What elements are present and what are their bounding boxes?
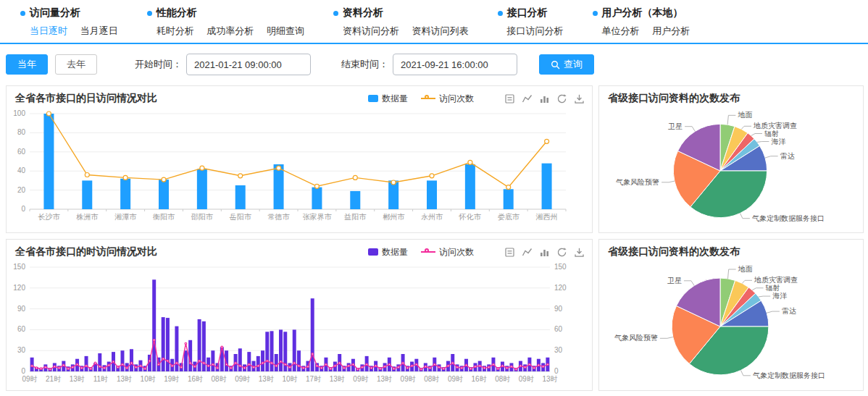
svg-text:13时: 13时 — [377, 375, 392, 383]
nav-item-interface-access-analysis[interactable]: 接口访问分析 — [507, 25, 564, 36]
svg-text:湘西州: 湘西州 — [536, 213, 558, 221]
svg-text:雷达: 雷达 — [780, 152, 795, 160]
nav-item-today-hourly[interactable]: 当日逐时 — [30, 25, 67, 36]
svg-text:常德市: 常德市 — [268, 213, 291, 221]
bar-type-icon[interactable] — [539, 247, 550, 258]
last-year-button[interactable]: 去年 — [55, 54, 97, 75]
svg-text:09时: 09时 — [235, 375, 250, 383]
legend-item-databar[interactable]: 数据量 — [368, 93, 408, 105]
svg-text:衡阳市: 衡阳市 — [152, 213, 175, 221]
nav-section-title: 访问量分析 — [30, 7, 80, 20]
line-type-icon[interactable] — [522, 93, 533, 104]
svg-text:17时: 17时 — [306, 375, 321, 383]
start-time-input[interactable] — [186, 54, 311, 75]
hourly-bar-line-chart: 0030306060909012012015015009时21时13时11时13… — [7, 261, 576, 386]
svg-text:0: 0 — [554, 367, 559, 375]
line-legend-marker — [421, 95, 435, 102]
restore-icon[interactable] — [556, 93, 567, 104]
svg-text:16时: 16时 — [472, 375, 487, 383]
nav-item-month-daily[interactable]: 当月逐日 — [80, 25, 118, 36]
download-icon[interactable] — [574, 247, 585, 258]
legend-item-databar[interactable]: 数据量 — [368, 246, 408, 258]
svg-text:16时: 16时 — [188, 375, 203, 383]
svg-text:气象风险预警: 气象风险预警 — [614, 334, 658, 342]
svg-text:13时: 13时 — [117, 375, 132, 383]
svg-text:60: 60 — [554, 325, 563, 333]
svg-text:90: 90 — [554, 305, 563, 313]
line-type-icon[interactable] — [522, 247, 533, 258]
legend-item-visits[interactable]: 访问次数 — [421, 246, 474, 258]
svg-text:80: 80 — [17, 128, 26, 136]
svg-text:辐射: 辐射 — [766, 284, 780, 292]
data-view-icon[interactable] — [504, 247, 515, 258]
bullet-icon — [20, 11, 25, 16]
svg-text:海洋: 海洋 — [771, 138, 785, 146]
legend-label: 数据量 — [382, 246, 408, 258]
daily-bar-line-chart: 020406080100长沙市株洲市湘潭市衡阳市邵阳市岳阳市常德市张家界市益阳市… — [7, 108, 576, 224]
svg-text:0: 0 — [21, 205, 25, 213]
end-time-input[interactable] — [393, 54, 517, 75]
chart-legend[interactable]: 数据量 访问次数 — [368, 246, 474, 258]
svg-text:张家界市: 张家界市 — [302, 213, 332, 221]
svg-text:120: 120 — [13, 284, 25, 292]
svg-text:岳阳市: 岳阳市 — [229, 213, 252, 221]
this-year-button[interactable]: 当年 — [6, 54, 48, 75]
svg-text:地质灾害调查: 地质灾害调查 — [754, 276, 798, 284]
svg-text:怀化市: 怀化市 — [459, 213, 482, 221]
svg-text:长沙市: 长沙市 — [38, 213, 60, 221]
panel-title: 省级接口访问资料的次数发布 — [608, 92, 740, 105]
svg-text:海洋: 海洋 — [772, 292, 787, 300]
top-nav: 访问量分析 当日逐时 当月逐日 性能分析 耗时分析 成功率分析 明细查询 资料分… — [0, 0, 868, 43]
svg-text:150: 150 — [13, 263, 25, 271]
svg-text:13时: 13时 — [70, 375, 85, 383]
nav-item-detail-query[interactable]: 明细查询 — [267, 25, 304, 36]
filter-bar: 当年 去年 开始时间： 结束时间： 查询 — [0, 44, 868, 83]
svg-text:地面: 地面 — [738, 265, 753, 273]
end-time-label: 结束时间： — [341, 58, 388, 71]
svg-text:株洲市: 株洲市 — [75, 213, 99, 221]
nav-section-title: 接口分析 — [507, 7, 548, 20]
svg-text:卫星: 卫星 — [668, 122, 683, 130]
svg-text:湘潭市: 湘潭市 — [114, 213, 137, 221]
svg-text:13时: 13时 — [542, 375, 557, 383]
nav-section-visits: 访问量分析 当日逐时 当月逐日 — [20, 7, 128, 38]
nav-item-org-analysis[interactable]: 单位分析 — [602, 25, 640, 36]
svg-text:09时: 09时 — [448, 375, 463, 383]
panel-daily-chart: 全省各市接口的日访问情况对比 数据量 访问次数 — [6, 85, 593, 233]
nav-section-title: 用户分析（本地） — [602, 7, 683, 20]
svg-text:气象风险预警: 气象风险预警 — [616, 178, 659, 186]
svg-text:09时: 09时 — [22, 375, 37, 383]
svg-text:益阳市: 益阳市 — [344, 213, 367, 221]
svg-text:120: 120 — [554, 284, 567, 292]
bullet-icon — [593, 11, 598, 16]
download-icon[interactable] — [574, 93, 585, 104]
nav-item-user-analysis[interactable]: 用户分析 — [652, 25, 690, 36]
data-view-icon[interactable] — [504, 93, 515, 104]
svg-text:08时: 08时 — [212, 375, 227, 383]
dashboard-grid: 全省各市接口的日访问情况对比 数据量 访问次数 — [0, 83, 868, 396]
svg-text:永州市: 永州市 — [421, 213, 443, 221]
panel-pie-top: 省级接口访问资料的次数发布 地面地质灾害调查辐射海洋雷达气象定制数据服务接口气象… — [598, 85, 864, 233]
nav-item-time-cost[interactable]: 耗时分析 — [157, 25, 194, 36]
province-access-pie-chart: 地面地质灾害调查辐射海洋雷达气象定制数据服务接口气象风险预警卫星 — [599, 261, 861, 389]
search-button[interactable]: 查询 — [539, 54, 594, 75]
bar-type-icon[interactable] — [539, 93, 550, 104]
svg-text:雷达: 雷达 — [782, 307, 796, 315]
legend-label: 访问次数 — [439, 93, 474, 105]
chart-toolbar — [504, 247, 585, 258]
chart-legend[interactable]: 数据量 访问次数 — [368, 93, 474, 105]
start-time-label: 开始时间： — [135, 58, 182, 71]
nav-item-data-access-analysis[interactable]: 资料访问分析 — [343, 25, 399, 36]
search-icon — [551, 60, 560, 69]
svg-text:30: 30 — [554, 346, 563, 354]
restore-icon[interactable] — [556, 247, 567, 258]
nav-item-success-rate[interactable]: 成功率分析 — [206, 25, 254, 36]
panel-hourly-chart: 全省各市接口的时访问情况对比 数据量 访问次数 — [6, 239, 593, 391]
legend-label: 访问次数 — [439, 246, 474, 258]
bullet-icon — [147, 11, 152, 16]
svg-text:13时: 13时 — [259, 375, 274, 383]
nav-item-data-access-list[interactable]: 资料访问列表 — [412, 25, 469, 36]
nav-section-performance: 性能分析 耗时分析 成功率分析 明细查询 — [147, 7, 314, 38]
legend-item-visits[interactable]: 访问次数 — [421, 93, 474, 105]
svg-text:地面: 地面 — [737, 111, 752, 119]
